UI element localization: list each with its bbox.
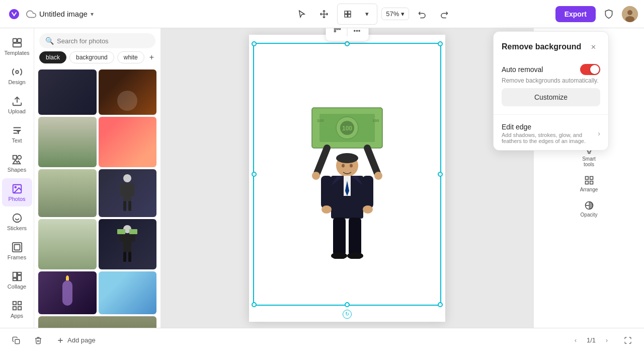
search-input[interactable]	[57, 37, 149, 45]
svg-rect-22	[13, 278, 16, 280]
toggle-thumb	[590, 65, 599, 74]
svg-text:100: 100	[372, 118, 379, 123]
resize-handle-bl[interactable]	[252, 302, 257, 307]
svg-rect-62	[362, 176, 373, 208]
move-tool-btn[interactable]	[315, 5, 333, 23]
auto-removal-section: Auto removal Remove backgrounds automati…	[494, 60, 608, 112]
remove-bg-panel: Remove background ✕ Auto removal Remove …	[493, 31, 609, 151]
canvas-area[interactable]: Page 1 100 100 100	[161, 28, 533, 328]
svg-rect-23	[13, 301, 16, 304]
photo-item[interactable]	[99, 219, 157, 269]
copy-page-btn[interactable]	[8, 333, 24, 347]
undo-btn[interactable]	[413, 5, 431, 23]
customize-btn[interactable]: Customize	[502, 88, 600, 106]
svg-rect-29	[120, 183, 124, 196]
photo-item[interactable]	[38, 271, 97, 314]
sidebar-item-collage[interactable]: Collage	[2, 266, 32, 294]
tag-background[interactable]: background	[69, 51, 114, 63]
svg-point-64	[363, 205, 373, 214]
svg-text:T: T	[17, 129, 20, 134]
layout-chevron-btn[interactable]: ▾	[358, 5, 376, 23]
view-options: ▾	[337, 4, 377, 25]
opacity-tool[interactable]: Opacity	[575, 196, 603, 222]
resize-handle-br[interactable]	[438, 302, 443, 307]
edit-edge-title: Edit edge	[502, 123, 598, 131]
auto-removal-toggle[interactable]	[580, 64, 600, 75]
resize-handle-tm[interactable]	[345, 41, 350, 46]
more-options-btn[interactable]: •••	[350, 28, 365, 39]
photo-item[interactable]	[38, 169, 97, 217]
layout-btn[interactable]	[339, 5, 357, 23]
photo-item[interactable]	[38, 316, 156, 328]
resize-handle-mr[interactable]	[438, 172, 443, 177]
resize-handle-tr[interactable]	[438, 41, 443, 46]
document-title[interactable]: Untitled image	[39, 10, 88, 18]
photo-item[interactable]	[99, 117, 157, 167]
zoom-control[interactable]: 57% ▾	[381, 8, 409, 20]
tag-black[interactable]: black	[39, 51, 66, 63]
edit-edge-section[interactable]: Edit edge Add shadows, strokes, glow, an…	[494, 117, 608, 150]
sidebar-item-shapes[interactable]: Shapes	[2, 149, 32, 177]
svg-rect-38	[128, 252, 131, 262]
photo-item[interactable]	[99, 169, 157, 217]
select-tool-btn[interactable]	[293, 5, 311, 23]
photo-item[interactable]	[38, 69, 97, 115]
panel-title: Remove background	[502, 42, 581, 51]
topbar: Untitled image ▾ ▾ 57% ▾ Export	[0, 0, 644, 28]
photo-item[interactable]	[38, 117, 97, 167]
auto-removal-row: Auto removal	[502, 64, 600, 75]
zoom-chevron-icon: ▾	[401, 10, 405, 18]
canvas-frame[interactable]: 100 100 100	[249, 35, 445, 322]
title-chevron-icon[interactable]: ▾	[91, 11, 94, 18]
prev-page-btn[interactable]: ‹	[569, 333, 583, 347]
arrange-tool[interactable]: Arrange	[575, 171, 603, 196]
search-input-wrap[interactable]: 🔍	[39, 33, 155, 48]
resize-handle-bm[interactable]	[345, 302, 350, 307]
redo-btn[interactable]	[435, 5, 453, 23]
sidebar-templates-label: Templates	[4, 50, 29, 56]
sidebar-item-upload[interactable]: Upload	[2, 91, 32, 119]
shield-icon[interactable]	[600, 5, 618, 23]
rotate-handle[interactable]: ↻	[343, 310, 352, 319]
photos-panel: 🔍 black background white +	[34, 28, 161, 328]
sidebar-item-photos[interactable]: Photos	[2, 178, 32, 206]
fullscreen-btn[interactable]	[620, 332, 636, 348]
photo-item[interactable]	[99, 271, 157, 314]
add-tag-btn[interactable]: +	[147, 53, 156, 62]
svg-rect-2	[345, 14, 347, 17]
sidebar-item-design[interactable]: Design	[2, 61, 32, 90]
sidebar-upload-label: Upload	[8, 108, 26, 114]
sidebar-item-templates[interactable]: Templates	[2, 32, 32, 60]
resize-handle-ml[interactable]	[252, 172, 257, 177]
bottom-bar: Add page ‹ 1/1 ›	[0, 328, 644, 352]
user-avatar[interactable]	[622, 6, 638, 22]
svg-rect-71	[339, 28, 341, 29]
svg-rect-32	[128, 201, 131, 211]
svg-rect-40	[129, 229, 137, 234]
add-page-btn[interactable]: Add page	[52, 333, 100, 347]
sidebar-item-apps[interactable]: Apps	[2, 295, 32, 323]
photo-item[interactable]	[38, 219, 97, 269]
canva-logo[interactable]	[6, 6, 22, 22]
svg-point-27	[123, 174, 131, 182]
sidebar-item-text[interactable]: T Text	[2, 120, 32, 148]
tag-white[interactable]: white	[117, 51, 144, 63]
toggle-track[interactable]	[580, 64, 600, 75]
resize-handle-tl[interactable]	[252, 41, 257, 46]
sidebar-item-frames[interactable]: Frames	[2, 237, 32, 265]
svg-point-50	[312, 172, 320, 180]
canvas-toolbar: ▾ 57% ▾	[293, 4, 453, 25]
next-page-btn[interactable]: ›	[600, 333, 614, 347]
svg-point-53	[336, 153, 358, 163]
sidebar-item-stickers[interactable]: Stickers	[2, 207, 32, 236]
svg-rect-3	[348, 14, 351, 17]
cloud-icon	[26, 9, 36, 19]
sidebar-design-label: Design	[8, 79, 25, 85]
photo-item[interactable]	[99, 69, 157, 115]
add-page-label: Add page	[67, 336, 96, 344]
delete-page-btn[interactable]	[30, 333, 46, 347]
element-options-btn[interactable]	[330, 28, 345, 39]
export-button[interactable]: Export	[555, 6, 596, 22]
panel-close-btn[interactable]: ✕	[586, 40, 600, 54]
svg-rect-72	[335, 30, 336, 32]
